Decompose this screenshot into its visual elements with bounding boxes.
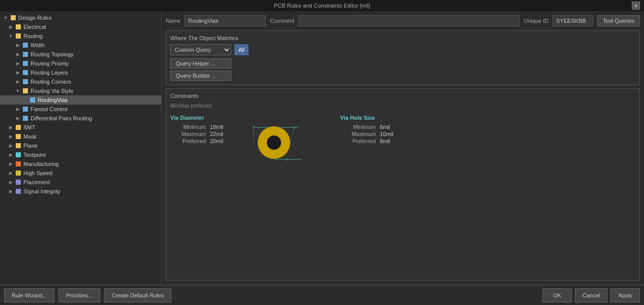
query-type-select[interactable]: Custom Query (170, 44, 231, 55)
sidebar-item-routing-priority[interactable]: ▶Routing Priority (0, 59, 161, 68)
via-diagram (243, 115, 315, 176)
sidebar-item-fanout-control[interactable]: ▶Fanout Control (0, 105, 161, 114)
sidebar-item-mask[interactable]: ▶Mask (0, 132, 161, 141)
tree-label-routing-layers: Routing Layers (30, 70, 68, 76)
sidebar: ▼Design Rules▶Electrical▼Routing▶Width▶R… (0, 11, 162, 285)
sidebar-item-high-speed[interactable]: ▶High Speed (0, 168, 161, 178)
svg-line-29 (290, 127, 294, 143)
all-tag: All (234, 44, 249, 55)
svg-rect-17 (16, 171, 21, 176)
ok-button[interactable]: OK (542, 288, 572, 302)
query-row: Custom Query All (170, 44, 635, 55)
expand-icon-plane[interactable]: ▶ (7, 142, 14, 149)
sidebar-item-smt[interactable]: ▶SMT (0, 123, 161, 132)
hole-min-label: Minimum (340, 124, 376, 130)
tree-icon-design-rules (9, 14, 17, 21)
name-input[interactable] (185, 15, 266, 26)
svg-rect-1 (16, 24, 21, 29)
minmax-label: Min/Max preferred (170, 103, 635, 109)
expand-icon-fanout-control[interactable]: ▶ (14, 106, 21, 113)
tree-icon-smt (14, 124, 22, 131)
tree-icon-placement (14, 179, 22, 186)
sidebar-item-design-rules[interactable]: ▼Design Rules (0, 13, 161, 22)
tree-icon-manufacturing (14, 160, 22, 167)
expand-icon-routing-corners[interactable]: ▶ (14, 78, 21, 85)
sidebar-item-electrical[interactable]: ▶Electrical (0, 22, 161, 31)
tree-label-width: Width (30, 42, 45, 48)
sidebar-item-routing-corners[interactable]: ▶Routing Corners (0, 77, 161, 86)
expand-icon-mask[interactable]: ▶ (7, 133, 14, 140)
tree-icon-fanout-control (21, 106, 29, 113)
create-default-rules-button[interactable]: Create Default Rules (104, 288, 171, 302)
cancel-button[interactable]: Cancel (575, 288, 607, 302)
svg-rect-13 (16, 134, 21, 139)
unique-id-input[interactable] (553, 15, 593, 26)
expand-icon-width[interactable]: ▶ (14, 42, 21, 49)
expand-icon-smt[interactable]: ▶ (7, 124, 14, 131)
tree-label-signal-integrity: Signal Integrity (23, 188, 60, 194)
via-diameter-min-row: Minimum 18mil (170, 124, 223, 130)
test-queries-button[interactable]: Test Queries (597, 15, 640, 26)
tree-icon-diff-pairs (21, 115, 29, 122)
sidebar-item-diff-pairs[interactable]: ▶Differential Pairs Routing (0, 114, 161, 123)
tree-label-plane: Plane (23, 143, 38, 149)
constraints-section: Constraints Min/Max preferred Via Diamet… (166, 88, 640, 281)
where-title: Where The Object Matches (170, 35, 635, 41)
expand-icon-diff-pairs[interactable]: ▶ (14, 115, 21, 122)
sidebar-item-routing-topology[interactable]: ▶Routing Topology (0, 50, 161, 59)
via-diameter-max: 22mil (210, 131, 223, 137)
title-bar: PCB Rules and Constraints Editor [mil] ✕ (0, 0, 644, 11)
via-svg (243, 115, 315, 176)
name-label: Name (166, 18, 180, 24)
tree-icon-routing (14, 32, 22, 40)
expand-icon-signal-integrity[interactable]: ▶ (7, 188, 14, 195)
expand-icon-routing[interactable]: ▼ (7, 32, 14, 40)
expand-icon-manufacturing[interactable]: ▶ (7, 160, 14, 167)
tree-label-fanout-control: Fanout Control (30, 106, 68, 112)
close-button[interactable]: ✕ (632, 2, 640, 10)
priorities-button[interactable]: Priorities... (58, 288, 100, 302)
expand-icon-routing-via-style[interactable]: ▼ (14, 87, 21, 94)
expand-icon-testpoint[interactable]: ▶ (7, 151, 14, 158)
query-builder-button[interactable]: Query Builder ... (170, 71, 231, 81)
svg-rect-7 (23, 79, 28, 84)
svg-rect-11 (23, 116, 28, 121)
expand-icon-high-speed[interactable]: ▶ (7, 170, 14, 177)
sidebar-item-placement[interactable]: ▶Placement (0, 178, 161, 187)
expand-icon-design-rules[interactable]: ▼ (2, 14, 9, 21)
via-diameter-min: 18mil (210, 124, 223, 130)
tree-label-design-rules: Design Rules (18, 15, 51, 21)
main-content: ▼Design Rules▶Electrical▼Routing▶Width▶R… (0, 11, 644, 285)
tree-label-routing-corners: Routing Corners (30, 79, 71, 85)
expand-icon-routing-vias[interactable] (21, 96, 28, 104)
tree-icon-routing-topology (21, 51, 29, 58)
expand-icon-electrical[interactable]: ▶ (7, 23, 14, 30)
tree-label-routing-via-style: Routing Via Style (30, 88, 73, 94)
sidebar-item-routing-vias[interactable]: RoutingVias (0, 95, 161, 105)
query-helper-button[interactable]: Query Helper ... (170, 58, 231, 69)
expand-icon-routing-topology[interactable]: ▶ (14, 51, 21, 58)
apply-button[interactable]: Apply (610, 288, 640, 302)
sidebar-item-routing[interactable]: ▼Routing (0, 31, 161, 41)
tree-label-routing: Routing (23, 33, 43, 39)
sidebar-item-routing-via-style[interactable]: ▼Routing Via Style (0, 86, 161, 95)
svg-rect-15 (16, 152, 21, 157)
sidebar-item-routing-layers[interactable]: ▶Routing Layers (0, 68, 161, 77)
via-diagram-area: Via Diameter Minimum 18mil Maximum 22mil… (170, 115, 635, 176)
sidebar-item-testpoint[interactable]: ▶Testpoint (0, 150, 161, 159)
rule-wizard-button[interactable]: Rule Wizard... (4, 288, 54, 302)
sidebar-item-width[interactable]: ▶Width (0, 41, 161, 50)
sidebar-item-signal-integrity[interactable]: ▶Signal Integrity (0, 187, 161, 196)
expand-icon-routing-layers[interactable]: ▶ (14, 69, 21, 76)
tree-label-routing-priority: Routing Priority (30, 60, 69, 66)
comment-input[interactable] (298, 15, 519, 26)
tree-icon-routing-via-style (21, 87, 29, 94)
tree-icon-routing-layers (21, 69, 29, 76)
expand-icon-placement[interactable]: ▶ (7, 179, 14, 186)
svg-rect-5 (23, 61, 28, 66)
sidebar-item-manufacturing[interactable]: ▶Manufacturing (0, 159, 161, 168)
via-hole-specs: Via Hole Size Minimum 6mil Maximum 10mil… (340, 115, 393, 144)
expand-icon-routing-priority[interactable]: ▶ (14, 60, 21, 67)
svg-rect-6 (23, 70, 28, 75)
sidebar-item-plane[interactable]: ▶Plane (0, 141, 161, 150)
